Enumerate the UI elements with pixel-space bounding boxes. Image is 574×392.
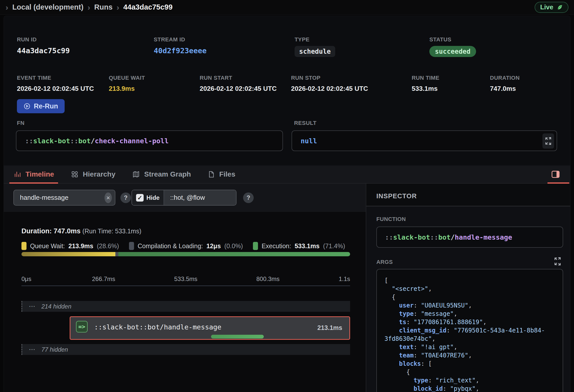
tab-hierarchy-label: Hierarchy — [83, 170, 115, 178]
hide-help-button[interactable]: ? — [243, 192, 254, 203]
tab-timeline[interactable]: Timeline — [13, 165, 54, 183]
axis-tick: 266.7ms — [92, 275, 115, 283]
sidebar-right-icon — [551, 169, 561, 179]
ellipsis-icon: ⋯ — [29, 346, 36, 353]
inspector-panel: INSPECTOR FUNCTION ::slack-bot::bot/hand… — [366, 184, 570, 392]
filter-help-button[interactable]: ? — [120, 192, 131, 203]
duration-label: DURATION — [490, 75, 520, 81]
tab-hierarchy[interactable]: Hierarchy — [71, 165, 115, 183]
legend-pct: (28.6%) — [97, 242, 119, 250]
compilation-swatch — [129, 242, 134, 250]
field-duration: DURATION 747.0ms — [490, 75, 520, 93]
field-stream-id: STREAM ID 40d2f923eeee — [154, 36, 207, 55]
stream-id-link[interactable]: 40d2f923eeee — [154, 46, 207, 55]
function-value: ::slack-bot::bot/handle-message — [385, 233, 512, 241]
legend-name: Queue Wait: — [30, 242, 65, 250]
timeline-content: Duration: 747.0ms (Run Time: 533.1ms) Qu… — [4, 212, 366, 392]
queue-wait-swatch — [21, 242, 27, 250]
breadcrumb-env[interactable]: Local (development) — [12, 3, 84, 11]
live-leaf-icon — [556, 4, 563, 11]
play-circle-icon — [23, 103, 31, 110]
legend-value: 213.9ms — [68, 242, 93, 250]
args-label: ARGS — [376, 259, 393, 265]
hide-filter-group: ✓ Hide ::hot, @flow — [132, 190, 237, 206]
compilation-bar-segment — [115, 252, 118, 256]
span-filter-box: × — [13, 190, 115, 206]
event-time-label: EVENT TIME — [17, 75, 94, 81]
inspector-header: INSPECTOR — [366, 184, 570, 206]
live-label: Live — [540, 3, 553, 11]
run-stop-value: 2026-02-12 02:02:45 UTC — [291, 85, 368, 93]
view-tabbar: Timeline Hierarchy Stream Graph File — [4, 165, 570, 184]
breadcrumb-chevron-icon: › — [6, 3, 8, 11]
content-split: × ? ✓ Hide ::hot, @flow ? Duration: — [4, 184, 570, 392]
field-queue-wait: QUEUE WAIT 213.9ms — [109, 75, 145, 93]
run-time-value: 533.1ms — [412, 85, 439, 93]
type-badge: schedule — [295, 46, 335, 57]
live-toggle[interactable]: Live — [535, 2, 568, 13]
tab-timeline-label: Timeline — [25, 170, 54, 178]
rerun-label: Re-Run — [34, 102, 58, 110]
legend-execution: Execution: 533.1ms (71.4%) — [253, 242, 345, 250]
span-execution-bar — [211, 335, 264, 339]
breadcrumb-runs[interactable]: Runs — [94, 3, 113, 11]
inspector-panel-toggle[interactable] — [551, 169, 561, 179]
run-time-label: RUN TIME — [412, 75, 439, 81]
field-run-id: RUN ID 44a3dac75c99 — [17, 36, 70, 55]
duration-summary: Duration: 747.0ms (Run Time: 533.1ms) — [21, 227, 141, 235]
args-code-viewer[interactable]: [ "<secret>", { user: "U0AEUL95NSU", typ… — [376, 269, 563, 392]
expand-icon — [544, 136, 552, 146]
run-id-label: RUN ID — [17, 36, 70, 43]
stream-id-label: STREAM ID — [154, 36, 207, 43]
phase-legend: Queue Wait: 213.9ms (28.6%) Compilation … — [21, 242, 345, 250]
hide-checkbox[interactable]: ✓ — [136, 194, 144, 202]
tab-stream-graph[interactable]: Stream Graph — [132, 165, 191, 183]
hide-filter-input[interactable]: ::hot, @flow — [164, 190, 236, 205]
event-time-value: 2026-02-12 02:02:45 UTC — [17, 85, 94, 93]
function-label: FUNCTION — [376, 216, 406, 222]
status-badge: succeeded — [429, 46, 476, 57]
span-title: ::slack-bot::bot/handle-message — [94, 323, 221, 331]
legend-value: 533.1ms — [295, 242, 320, 250]
hide-checkbox-group[interactable]: ✓ Hide — [132, 190, 164, 205]
function-value-box: ::slack-bot::bot/handle-message — [376, 227, 563, 248]
args-expand-button[interactable] — [554, 256, 562, 267]
run-stop-label: RUN STOP — [291, 75, 368, 81]
map-icon — [132, 170, 140, 178]
rerun-button[interactable]: Re-Run — [17, 99, 65, 113]
legend-pct: (71.4%) — [323, 242, 345, 250]
legend-queue-wait: Queue Wait: 213.9ms (28.6%) — [21, 242, 119, 250]
span-filter-input[interactable] — [20, 194, 105, 202]
breadcrumb-chevron-icon: › — [88, 3, 90, 11]
breadcrumb-run-id: 44a3dac75c99 — [123, 3, 172, 11]
axis-tick: 1.1s — [339, 275, 350, 283]
ellipsis-icon: ⋯ — [29, 302, 36, 310]
result-value: null — [301, 137, 317, 145]
queue-wait-value: 213.9ms — [109, 85, 145, 93]
execution-bar-segment — [118, 252, 350, 256]
tab-files[interactable]: Files — [207, 165, 235, 183]
execution-swatch — [253, 242, 258, 250]
tab-stream-graph-label: Stream Graph — [144, 170, 191, 178]
legend-name: Compilation & Loading: — [138, 242, 203, 250]
result-value-box: null — [292, 130, 557, 151]
timeline-filterbar: × ? ✓ Hide ::hot, @flow ? — [4, 184, 366, 212]
span-row-handle-message[interactable]: => ::slack-bot::bot/handle-message 213.1… — [70, 316, 350, 340]
fn-value-box: ::slack-bot::bot/check-channel-poll — [16, 130, 283, 151]
run-detail-panel: RUN ID 44a3dac75c99 STREAM ID 40d2f923ee… — [4, 16, 570, 392]
field-status: STATUS succeeded — [429, 36, 476, 57]
field-run-stop: RUN STOP 2026-02-12 02:02:45 UTC — [291, 75, 368, 93]
hierarchy-icon — [71, 170, 79, 178]
clear-filter-button[interactable]: × — [105, 192, 112, 203]
field-run-time: RUN TIME 533.1ms — [412, 75, 439, 93]
hidden-spans-row-bottom[interactable]: ⋯ 77 hidden — [21, 344, 350, 355]
result-label: RESULT — [294, 120, 317, 126]
axis-tick: 0μs — [21, 275, 31, 283]
hidden-spans-row-top[interactable]: ⋯ 214 hidden — [21, 301, 350, 312]
result-expand-button[interactable] — [542, 133, 554, 149]
run-id-value: 44a3dac75c99 — [17, 46, 70, 55]
tab-files-label: Files — [219, 170, 235, 178]
legend-compilation: Compilation & Loading: 12μs (0.0%) — [129, 242, 243, 250]
phase-stacked-bar — [21, 252, 350, 256]
fn-value: ::slack-bot::bot/check-channel-poll — [25, 137, 169, 145]
